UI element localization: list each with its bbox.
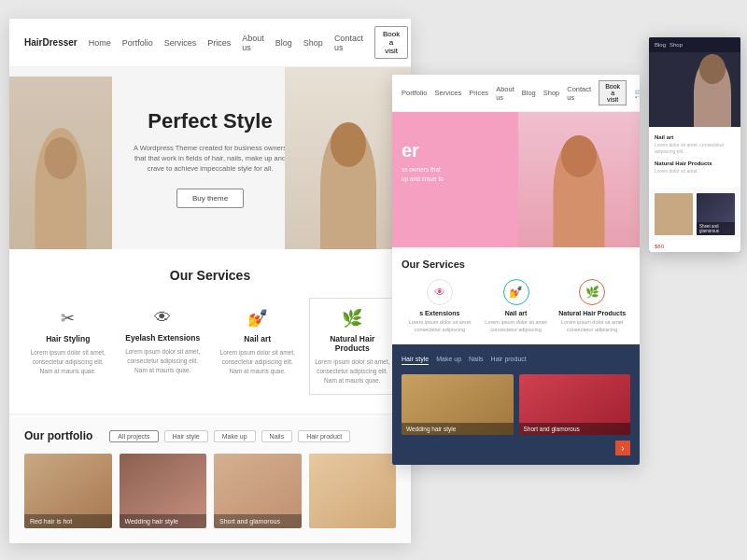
mid-eye-icon: 👁: [427, 279, 453, 305]
right-portfolio-item[interactable]: [655, 193, 693, 235]
right-portfolio-item[interactable]: Sheet and glamorous: [697, 193, 735, 235]
mid-tab-hair[interactable]: Hair style: [402, 354, 429, 365]
service-desc: Lorem ipsum dolor sit amet, consectetur …: [314, 357, 392, 385]
right-nav-blog[interactable]: Blog: [655, 42, 666, 48]
mid-hero: er ss owners thatup and crave to: [392, 112, 640, 247]
book-visit-button[interactable]: Book a visit: [374, 26, 408, 59]
mid-hero-woman-image: [518, 112, 640, 247]
mid-service-name: Nail art: [478, 310, 555, 316]
mid-hero-text: er ss owners thatup and crave to: [402, 140, 444, 184]
mid-portfolio-nav: ›: [402, 441, 630, 455]
mid-portfolio-grid: Wedding hair style Short and glamorous: [402, 374, 630, 435]
right-price: $80: [649, 241, 740, 252]
mid-services-grid: 👁 s Extensions Lorem ipsum dolor sit ame…: [402, 279, 630, 333]
service-name: Nail art: [218, 334, 297, 343]
mid-services: Our Services 👁 s Extensions Lorem ipsum …: [392, 247, 640, 344]
mid-service-desc: Lorem ipsum dolor sit amet consectetur a…: [554, 319, 630, 333]
portfolio-label: Wedding hair style: [120, 514, 207, 528]
mid-cart-icon[interactable]: 🛒: [634, 88, 640, 98]
mid-nav-blog[interactable]: Blog: [522, 89, 536, 97]
portfolio-title: Our portfolio: [24, 429, 92, 442]
service-nail: 💅 Nail art Lorem ipsum dolor sit amet, c…: [214, 298, 302, 395]
mid-nav-portfolio[interactable]: Portfolio: [402, 89, 428, 97]
nav-shop[interactable]: Shop: [303, 38, 323, 48]
filter-makeup[interactable]: Make up: [214, 430, 256, 442]
right-nav: Blog Shop: [649, 37, 740, 52]
main-nav: HairDresser Home Portfolio Services Pric…: [9, 19, 411, 67]
portfolio-label: Short and glamorous: [214, 514, 302, 528]
nav-prices[interactable]: Prices: [207, 38, 231, 48]
right-service-desc: Lorem dolor sit amet, consectetur adipis…: [655, 142, 735, 155]
mid-nav-contact[interactable]: Contact us: [567, 85, 591, 102]
service-desc: Lorem ipsum dolor sit amet, consectetur …: [124, 347, 203, 374]
filter-hair[interactable]: Hair style: [164, 430, 208, 442]
brand-logo: HairDresser: [24, 37, 78, 48]
mid-leaf-icon: 🌿: [579, 279, 605, 305]
right-service-products: Natural Hair Products Lorem dolor sit am…: [655, 161, 735, 175]
mid-port-label: Wedding hair style: [402, 423, 514, 435]
service-name: Natural Hair Products: [314, 334, 392, 353]
mid-tab-nails[interactable]: Nails: [469, 354, 484, 365]
service-hair-products: 🌿 Natural Hair Products Lorem ipsum dolo…: [309, 298, 397, 395]
mid-nail-icon: 💅: [503, 279, 529, 305]
portfolio-item[interactable]: Short and glamorous: [214, 454, 302, 528]
right-portfolio-grid: Sheet and glamorous: [649, 188, 740, 241]
right-service-name: Natural Hair Products: [655, 161, 735, 166]
mid-service-products: 🌿 Natural Hair Products Lorem ipsum dolo…: [554, 279, 630, 333]
service-name: Eyelash Extensions: [124, 333, 203, 343]
service-hair-styling: ✂ Hair Styling Lorem ipsum dolor sit ame…: [24, 298, 112, 395]
hero-section: Perfect Style A Wordpress Theme created …: [9, 67, 411, 249]
scissors-icon: ✂: [29, 308, 107, 329]
nav-blog[interactable]: Blog: [275, 38, 292, 48]
mid-card: Portfolio Services Prices About us Blog …: [392, 75, 640, 465]
portfolio-grid: Red hair is hot Wedding hair style Short…: [24, 454, 396, 528]
mid-nav-about[interactable]: About us: [496, 85, 514, 102]
portfolio-item[interactable]: [309, 454, 397, 528]
nav-about[interactable]: About us: [242, 34, 264, 52]
mid-nav-shop[interactable]: Shop: [543, 89, 560, 97]
mid-nav-prices[interactable]: Prices: [469, 89, 488, 97]
filter-all[interactable]: All projects: [109, 430, 158, 442]
service-eyelash: 👁 Eyelash Extensions Lorem ipsum dolor s…: [120, 298, 207, 395]
next-arrow-icon[interactable]: ›: [615, 441, 630, 455]
mid-service-name: s Extensions: [402, 310, 478, 316]
mid-service-nail: 💅 Nail art Lorem ipsum dolor sit amet co…: [478, 279, 555, 333]
mid-portfolio-item[interactable]: Wedding hair style: [402, 374, 514, 435]
service-desc: Lorem ipsum dolor sit amet, consectetur …: [29, 348, 107, 375]
service-desc: Lorem ipsum dolor sit amet, consectetur …: [218, 348, 297, 375]
nav-services[interactable]: Services: [164, 38, 197, 48]
right-service-name: Nail art: [655, 134, 735, 140]
portfolio-section: Our portfolio All projects Hair style Ma…: [9, 413, 411, 543]
mid-portfolio-item[interactable]: Short and glamorous: [519, 374, 631, 435]
mid-tab-makeup[interactable]: Make up: [436, 354, 461, 365]
mid-tab-product[interactable]: Hair product: [491, 354, 527, 365]
nav-portfolio[interactable]: Portfolio: [122, 38, 153, 48]
filter-nails[interactable]: Nails: [261, 430, 293, 442]
right-nav-shop[interactable]: Shop: [669, 42, 683, 48]
mid-service-desc: Lorem ipsum dolor sit amet consectetur a…: [402, 319, 478, 333]
leaf-icon: 🌿: [314, 308, 392, 329]
mid-book-button[interactable]: Book a visit: [599, 80, 627, 105]
main-card: HairDresser Home Portfolio Services Pric…: [9, 19, 411, 543]
nav-contact[interactable]: Contact us: [334, 34, 363, 52]
services-title: Our Services: [24, 268, 396, 283]
hero-title: Perfect Style: [131, 108, 289, 133]
portfolio-item[interactable]: Red hair is hot: [24, 454, 112, 528]
mid-service-name: Natural Hair Products: [554, 310, 630, 316]
mid-nav-services[interactable]: Services: [435, 89, 462, 97]
mid-portfolio-tabs: Hair style Make up Nails Hair product: [402, 354, 630, 365]
mid-port-label: Short and glamorous: [519, 423, 631, 435]
right-service-nail: Nail art Lorem dolor sit amet, consectet…: [655, 134, 735, 155]
portfolio-item[interactable]: Wedding hair style: [120, 454, 207, 528]
nav-home[interactable]: Home: [89, 38, 111, 48]
mid-services-title: Our Services: [402, 259, 630, 270]
portfolio-header: Our portfolio All projects Hair style Ma…: [24, 429, 396, 442]
buy-theme-button[interactable]: Buy theme: [176, 189, 244, 208]
filter-product[interactable]: Hair product: [298, 430, 350, 442]
mid-portfolio: Hair style Make up Nails Hair product We…: [392, 344, 640, 465]
mid-service-eyelash: 👁 s Extensions Lorem ipsum dolor sit ame…: [402, 279, 478, 333]
mid-service-desc: Lorem ipsum dolor sit amet consectetur a…: [478, 319, 555, 333]
right-card: Blog Shop Nail art Lorem dolor sit amet,…: [649, 37, 740, 252]
nail-icon: 💅: [218, 308, 297, 329]
right-services: Nail art Lorem dolor sit amet, consectet…: [649, 127, 740, 188]
